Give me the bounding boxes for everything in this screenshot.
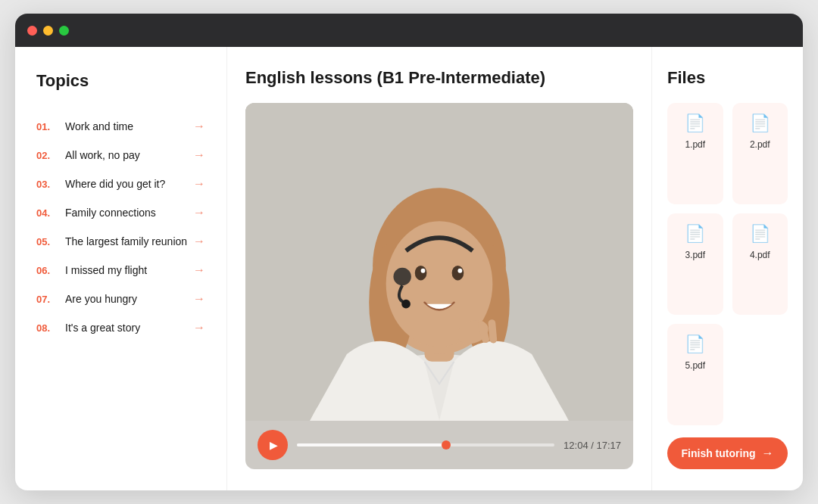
- arrow-icon-2: →: [193, 148, 205, 162]
- pdf-icon-3: 📄: [685, 224, 705, 244]
- maximize-button[interactable]: [59, 26, 69, 36]
- arrow-icon-8: →: [193, 321, 205, 334]
- pdf-icon-1: 📄: [685, 114, 705, 133]
- topic-num-5: 05.: [36, 236, 58, 247]
- topic-item-6[interactable]: 06. I missed my flight →: [36, 256, 205, 285]
- topic-name-8: It's a great story: [65, 322, 140, 334]
- topic-item-3[interactable]: 03. Where did you get it? →: [36, 170, 205, 198]
- topic-item-4[interactable]: 04. Family connections →: [36, 198, 205, 227]
- pdf-icon-4: 📄: [750, 224, 770, 244]
- arrow-icon-3: →: [193, 177, 205, 191]
- svg-point-11: [457, 269, 462, 273]
- finish-arrow-icon: →: [761, 446, 773, 460]
- center-panel: English lessons (B1 Pre-Intermediate): [227, 47, 651, 490]
- svg-point-10: [421, 269, 426, 273]
- arrow-icon-6: →: [193, 263, 205, 277]
- file-item-5[interactable]: 📄 5.pdf: [667, 324, 723, 425]
- progress-fill: [297, 443, 446, 446]
- svg-point-13: [401, 300, 411, 309]
- topic-name-4: Family connections: [65, 207, 156, 219]
- finish-tutoring-button[interactable]: Finish tutoring →: [667, 437, 788, 469]
- topic-item-2[interactable]: 02. All work, no pay →: [36, 141, 205, 170]
- svg-point-8: [415, 266, 427, 281]
- file-name-4: 4.pdf: [750, 250, 770, 260]
- topic-num-2: 02.: [36, 150, 58, 161]
- file-name-5: 5.pdf: [685, 360, 705, 371]
- video-controls: ▶ 12:04 / 17:17: [245, 421, 633, 469]
- topic-num-8: 08.: [36, 322, 58, 334]
- topic-name-1: Work and time: [65, 120, 133, 132]
- topic-name-7: Are you hungry: [65, 293, 137, 305]
- close-button[interactable]: [27, 26, 37, 36]
- topic-item-5[interactable]: 05. The largest family reunion →: [36, 227, 205, 256]
- topic-num-6: 06.: [36, 265, 58, 276]
- topic-num-1: 01.: [36, 121, 58, 132]
- minimize-button[interactable]: [43, 26, 53, 36]
- finish-tutoring-label: Finish tutoring: [682, 447, 756, 459]
- app-window: Topics 01. Work and time → 02. All work,…: [15, 14, 803, 490]
- lesson-title: English lessons (B1 Pre-Intermediate): [245, 68, 633, 88]
- time-display: 12:04 / 17:17: [564, 440, 621, 451]
- title-bar: [15, 14, 803, 47]
- file-slot-empty: [732, 324, 788, 425]
- file-name-2: 2.pdf: [750, 139, 770, 150]
- topic-item-8[interactable]: 08. It's a great story →: [36, 313, 205, 342]
- svg-point-9: [452, 266, 464, 281]
- arrow-icon-4: →: [193, 206, 205, 219]
- file-item-1[interactable]: 📄 1.pdf: [667, 103, 723, 204]
- topic-num-7: 07.: [36, 294, 58, 305]
- arrow-icon-5: →: [193, 235, 205, 248]
- topic-item-1[interactable]: 01. Work and time →: [36, 112, 205, 141]
- play-icon: ▶: [270, 439, 278, 451]
- sidebar-title: Topics: [36, 71, 205, 91]
- pdf-icon-5: 📄: [685, 334, 705, 354]
- play-button[interactable]: ▶: [258, 430, 288, 460]
- files-title: Files: [667, 68, 788, 88]
- traffic-lights: [27, 26, 69, 36]
- file-item-2[interactable]: 📄 2.pdf: [732, 103, 788, 204]
- progress-bar[interactable]: [297, 443, 554, 446]
- arrow-icon-1: →: [193, 120, 205, 133]
- topic-name-5: The largest family reunion: [65, 235, 187, 247]
- video-frame: [245, 103, 633, 421]
- svg-point-12: [393, 268, 411, 285]
- file-item-4[interactable]: 📄 4.pdf: [732, 213, 788, 315]
- topic-name-6: I missed my flight: [65, 264, 147, 276]
- topic-name-3: Where did you get it?: [65, 178, 165, 190]
- files-panel: Files 📄 1.pdf 📄 2.pdf 📄 3.pdf 📄 4.pdf: [651, 47, 803, 490]
- progress-dot: [442, 440, 451, 450]
- file-name-1: 1.pdf: [685, 139, 705, 150]
- video-illustration: [245, 103, 633, 421]
- video-container: ▶ 12:04 / 17:17: [245, 103, 633, 469]
- pdf-icon-2: 📄: [750, 114, 770, 133]
- arrow-icon-7: →: [193, 292, 205, 306]
- file-item-3[interactable]: 📄 3.pdf: [667, 213, 723, 315]
- topic-num-3: 03.: [36, 179, 58, 190]
- topic-num-4: 04.: [36, 207, 58, 219]
- topic-name-2: All work, no pay: [65, 149, 140, 161]
- file-name-3: 3.pdf: [685, 250, 705, 260]
- files-grid: 📄 1.pdf 📄 2.pdf 📄 3.pdf 📄 4.pdf 📄: [667, 103, 788, 425]
- topic-item-7[interactable]: 07. Are you hungry →: [36, 285, 205, 313]
- sidebar: Topics 01. Work and time → 02. All work,…: [15, 47, 227, 490]
- main-content: Topics 01. Work and time → 02. All work,…: [15, 47, 803, 490]
